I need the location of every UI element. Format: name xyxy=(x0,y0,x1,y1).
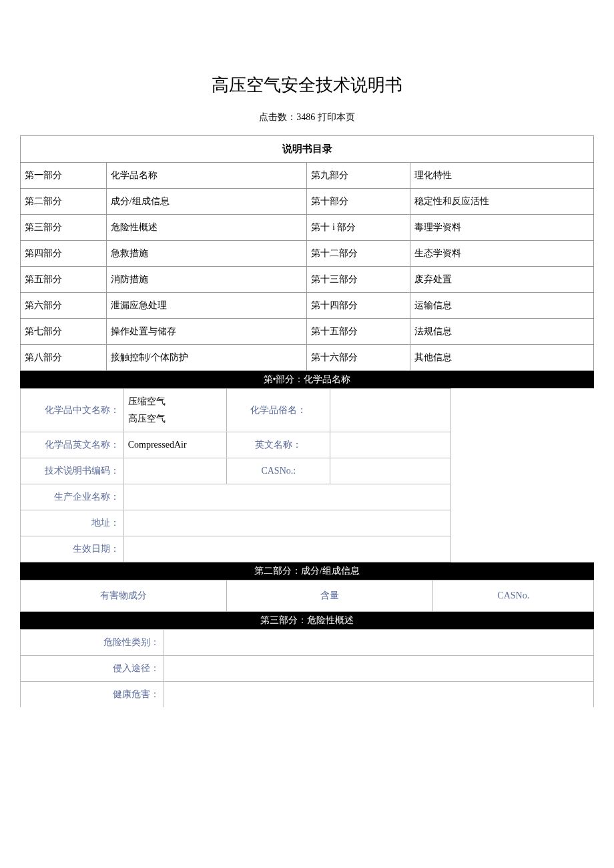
toc-name: 泄漏应急处理 xyxy=(106,293,307,319)
toc-name: 废弃处置 xyxy=(410,267,594,293)
section1-header: 第•部分：化学品名称 xyxy=(20,371,594,388)
toc-part: 第十五部分 xyxy=(307,319,410,345)
code-label: 技术说明书编码： xyxy=(21,458,124,484)
toc-name: 毒理学资料 xyxy=(410,215,594,241)
toc-row: 第一部分 化学品名称 第九部分 理化特性 xyxy=(21,163,594,189)
toc-row: 第七部分 操作处置与储存 第十五部分 法规信息 xyxy=(21,319,594,345)
toc-row: 第三部分 危险性概述 第十 i 部分 毒理学资料 xyxy=(21,215,594,241)
toc-part: 第七部分 xyxy=(21,319,107,345)
health-value xyxy=(164,682,593,708)
cn-name-value2: 高压空气 xyxy=(128,413,223,425)
document-title: 高压空气安全技术说明书 xyxy=(20,73,594,97)
common-name-label: 化学品俗名： xyxy=(227,389,330,432)
toc-part: 第十部分 xyxy=(307,189,410,215)
blank-side xyxy=(450,389,594,562)
toc-part: 第六部分 xyxy=(21,293,107,319)
toc-name: 法规信息 xyxy=(410,319,594,345)
cn-name-value: 压缩空气 高压空气 xyxy=(123,389,227,432)
toc-part: 第二部分 xyxy=(21,189,107,215)
producer-value xyxy=(123,484,450,510)
subtitle: 点击数：3486 打印本页 xyxy=(20,111,594,123)
toc-part: 第十四部分 xyxy=(307,293,410,319)
en-name-label: 化学品英文名称： xyxy=(21,432,124,458)
table-row: 有害物成分 含量 CASNo. xyxy=(21,580,594,612)
toc-name: 其他信息 xyxy=(410,345,594,371)
common-name-value xyxy=(330,389,450,432)
effective-value xyxy=(123,536,450,562)
en-alt-value xyxy=(330,432,450,458)
section1-table: 化学品中文名称： 压缩空气 高压空气 化学品俗名： 化学品英文名称： Compr… xyxy=(20,388,594,562)
cn-name-label: 化学品中文名称： xyxy=(21,389,124,432)
content-col: 含量 xyxy=(227,580,433,612)
toc-name: 急救措施 xyxy=(106,241,307,267)
toc-name: 稳定性和反应活性 xyxy=(410,189,594,215)
toc-part: 第九部分 xyxy=(307,163,410,189)
table-row: 化学品中文名称： 压缩空气 高压空气 化学品俗名： xyxy=(21,389,595,432)
section2-table: 有害物成分 含量 CASNo. xyxy=(20,580,594,612)
toc-part: 第四部分 xyxy=(21,241,107,267)
toc-name: 成分/组成信息 xyxy=(106,189,307,215)
toc-table: 说明书目录 第一部分 化学品名称 第九部分 理化特性 第二部分 成分/组成信息 … xyxy=(20,135,594,371)
route-value xyxy=(164,656,593,682)
health-label: 健康危害： xyxy=(21,682,164,708)
toc-part: 第八部分 xyxy=(21,345,107,371)
toc-header-row: 说明书目录 xyxy=(21,136,594,163)
toc-header: 说明书目录 xyxy=(21,136,594,163)
table-row: 健康危害： xyxy=(21,682,594,708)
toc-name: 操作处置与储存 xyxy=(106,319,307,345)
toc-name: 化学品名称 xyxy=(106,163,307,189)
toc-part: 第十二部分 xyxy=(307,241,410,267)
en-name-value: CompressedAir xyxy=(123,432,227,458)
en-alt-label: 英文名称： xyxy=(227,432,330,458)
toc-row: 第二部分 成分/组成信息 第十部分 稳定性和反应活性 xyxy=(21,189,594,215)
casno-col: CASNo. xyxy=(433,580,594,612)
toc-row: 第五部分 消防措施 第十三部分 废弃处置 xyxy=(21,267,594,293)
toc-part: 第三部分 xyxy=(21,215,107,241)
toc-part: 第十六部分 xyxy=(307,345,410,371)
toc-row: 第四部分 急救措施 第十二部分 生态学资料 xyxy=(21,241,594,267)
toc-part: 第十三部分 xyxy=(307,267,410,293)
toc-name: 运输信息 xyxy=(410,293,594,319)
toc-name: 理化特性 xyxy=(410,163,594,189)
table-row: 危险性类别： xyxy=(21,630,594,656)
producer-label: 生产企业名称： xyxy=(21,484,124,510)
click-count: 3486 xyxy=(296,112,315,122)
toc-row: 第六部分 泄漏应急处理 第十四部分 运输信息 xyxy=(21,293,594,319)
table-row: 侵入途径： xyxy=(21,656,594,682)
cn-name-value1: 压缩空气 xyxy=(128,396,223,408)
toc-part: 第一部分 xyxy=(21,163,107,189)
component-col: 有害物成分 xyxy=(21,580,227,612)
section3-header: 第三部分：危险性概述 xyxy=(20,612,594,629)
address-label: 地址： xyxy=(21,510,124,536)
toc-name: 接触控制/个体防护 xyxy=(106,345,307,371)
cas-label: CASNo.: xyxy=(227,458,330,484)
toc-name: 消防措施 xyxy=(106,267,307,293)
address-value xyxy=(123,510,450,536)
toc-part: 第十 i 部分 xyxy=(307,215,410,241)
toc-part: 第五部分 xyxy=(21,267,107,293)
code-value xyxy=(123,458,227,484)
print-link[interactable]: 打印本页 xyxy=(318,112,355,122)
cas-value xyxy=(330,458,450,484)
toc-row: 第八部分 接触控制/个体防护 第十六部分 其他信息 xyxy=(21,345,594,371)
toc-name: 危险性概述 xyxy=(106,215,307,241)
click-count-prefix: 点击数： xyxy=(259,112,296,122)
section2-header: 第二部分：成分/组成信息 xyxy=(20,562,594,580)
toc-name: 生态学资料 xyxy=(410,241,594,267)
route-label: 侵入途径： xyxy=(21,656,164,682)
category-label: 危险性类别： xyxy=(21,630,164,656)
effective-label: 生效日期： xyxy=(21,536,124,562)
category-value xyxy=(164,630,593,656)
section3-table: 危险性类别： 侵入途径： 健康危害： xyxy=(20,629,594,707)
